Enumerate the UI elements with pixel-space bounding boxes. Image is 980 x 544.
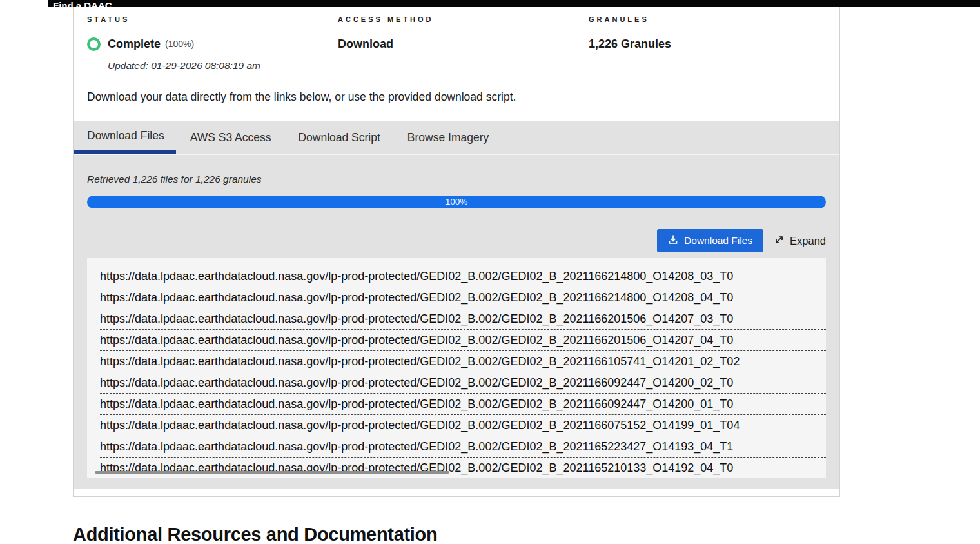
file-link[interactable]: https://data.lpdaac.earthdatacloud.nasa.… <box>100 355 740 368</box>
tab-aws-s3-access[interactable]: AWS S3 Access <box>177 121 284 154</box>
download-files-button[interactable]: Download Files <box>657 229 763 252</box>
status-label: STATUS <box>87 15 338 23</box>
file-link[interactable]: https://data.lpdaac.earthdatacloud.nasa.… <box>100 419 740 432</box>
horizontal-scrollbar-thumb[interactable] <box>95 471 449 474</box>
retrieved-files-text: Retrieved 1,226 files for 1,226 granules <box>87 174 826 185</box>
access-method-column: ACCESS METHOD Download <box>338 15 589 72</box>
file-link[interactable]: https://data.lpdaac.earthdatacloud.nasa.… <box>100 312 733 325</box>
granules-column: GRANULES 1,226 Granules <box>589 15 671 72</box>
file-link-row: https://data.lpdaac.earthdatacloud.nasa.… <box>100 266 826 287</box>
find-a-daac-link[interactable]: Find a DAAC <box>53 0 112 7</box>
actions-row: Download Files Expand <box>87 229 826 252</box>
file-link-row: https://data.lpdaac.earthdatacloud.nasa.… <box>100 394 826 415</box>
status-updated-timestamp: Updated: 01-29-2026 08:08:19 am <box>108 60 338 72</box>
tab-browse-imagery[interactable]: Browse Imagery <box>395 121 502 154</box>
file-link-row: https://data.lpdaac.earthdatacloud.nasa.… <box>100 458 826 478</box>
download-files-button-label: Download Files <box>684 235 752 247</box>
tab-bar: Download Files AWS S3 Access Download Sc… <box>74 121 839 155</box>
file-link-row: https://data.lpdaac.earthdatacloud.nasa.… <box>100 436 826 458</box>
status-value: Complete <box>108 37 161 51</box>
expand-button[interactable]: Expand <box>774 234 826 248</box>
file-link[interactable]: https://data.lpdaac.earthdatacloud.nasa.… <box>100 398 733 410</box>
file-link[interactable]: https://data.lpdaac.earthdatacloud.nasa.… <box>100 334 733 347</box>
file-link-row: https://data.lpdaac.earthdatacloud.nasa.… <box>100 351 826 372</box>
status-percent: (100%) <box>165 39 194 49</box>
status-column: STATUS Complete (100%) Updated: 01-29-20… <box>87 15 338 72</box>
file-link-row: https://data.lpdaac.earthdatacloud.nasa.… <box>100 308 826 330</box>
progress-percent-label: 100% <box>446 197 468 207</box>
tab-download-files[interactable]: Download Files <box>74 121 176 154</box>
page: Find a DAAC STATUS Complete (100%) Updat… <box>0 0 980 544</box>
file-link[interactable]: https://data.lpdaac.earthdatacloud.nasa.… <box>100 376 733 389</box>
additional-resources-heading: Additional Resources and Documentation <box>73 524 437 544</box>
progress-bar: 100% <box>87 196 826 208</box>
file-link[interactable]: https://data.lpdaac.earthdatacloud.nasa.… <box>100 440 733 453</box>
download-icon <box>668 234 678 247</box>
file-link-row: https://data.lpdaac.earthdatacloud.nasa.… <box>100 415 826 436</box>
file-link-row: https://data.lpdaac.earthdatacloud.nasa.… <box>100 372 826 394</box>
file-link-row: https://data.lpdaac.earthdatacloud.nasa.… <box>100 330 826 351</box>
order-summary: STATUS Complete (100%) Updated: 01-29-20… <box>74 7 839 72</box>
granules-label: GRANULES <box>589 15 671 23</box>
expand-icon <box>774 234 785 248</box>
tab-download-script[interactable]: Download Script <box>285 121 393 154</box>
file-link[interactable]: https://data.lpdaac.earthdatacloud.nasa.… <box>100 270 733 283</box>
download-order-card: STATUS Complete (100%) Updated: 01-29-20… <box>73 7 840 497</box>
file-link-row: https://data.lpdaac.earthdatacloud.nasa.… <box>100 287 826 308</box>
access-method-label: ACCESS METHOD <box>338 15 589 23</box>
file-links-list: https://data.lpdaac.earthdatacloud.nasa.… <box>87 258 826 478</box>
granules-value: 1,226 Granules <box>589 37 671 51</box>
expand-button-label: Expand <box>790 235 826 247</box>
download-files-panel: Retrieved 1,226 files for 1,226 granules… <box>74 155 839 489</box>
file-link[interactable]: https://data.lpdaac.earthdatacloud.nasa.… <box>100 291 733 304</box>
download-instructions: Download your data directly from the lin… <box>87 90 839 104</box>
top-nav-bar: Find a DAAC <box>48 0 980 7</box>
status-complete-icon <box>87 37 101 51</box>
access-method-value: Download <box>338 37 589 51</box>
